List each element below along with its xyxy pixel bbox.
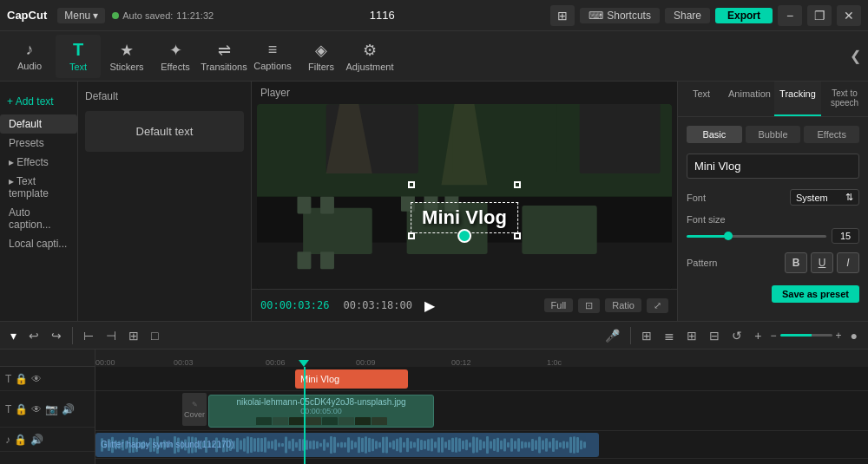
resize-handle-br[interactable] [514, 232, 521, 239]
layout-button-2[interactable]: ≣ [661, 327, 678, 344]
text-tab-bubble[interactable]: Bubble [746, 126, 801, 143]
underline-button[interactable]: U [811, 252, 833, 273]
link-button[interactable]: ⊞ [683, 327, 700, 344]
current-timecode: 00:00:03:26 [260, 299, 329, 311]
slider-thumb[interactable] [724, 232, 733, 240]
playhead[interactable] [304, 367, 306, 464]
audio-lock-icon[interactable]: 🔒 [14, 434, 27, 446]
play-button[interactable]: ▶ [419, 295, 440, 316]
tab-tts[interactable]: Text to speech [821, 82, 868, 116]
svg-rect-123 [451, 438, 454, 452]
settings-button[interactable]: ● [847, 327, 861, 344]
ratio-button[interactable]: Ratio [605, 298, 641, 312]
tool-bar: ♪ Audio T Text ★ Stickers ✦ Effects ⇌ Tr… [0, 31, 868, 82]
freeze-button[interactable]: ⊞ [125, 327, 142, 344]
trim-button[interactable]: ⊣ [102, 327, 120, 344]
tab-animation[interactable]: Animation [725, 82, 774, 116]
select-tool-button[interactable]: ▾ [7, 327, 20, 344]
tool-transitions[interactable]: ⇌ Transitions [201, 35, 247, 78]
redo-button[interactable]: ↪ [48, 327, 65, 344]
grid-icon-button[interactable]: ⊞ [550, 5, 575, 26]
italic-button[interactable]: I [837, 252, 859, 273]
delete-button[interactable]: □ [148, 327, 161, 344]
tool-captions[interactable]: ≡ Captions [250, 35, 295, 78]
tool-filters[interactable]: ◈ Filters [299, 35, 344, 78]
svg-rect-152 [552, 438, 555, 452]
text-clip-mini-vlog[interactable]: Mini Vlog [295, 369, 408, 389]
font-selector[interactable]: System ⇅ [790, 189, 859, 206]
thumb-3 [289, 417, 305, 425]
svg-rect-131 [479, 440, 482, 450]
svg-rect-153 [556, 441, 558, 450]
menu-button[interactable]: Menu ▾ [57, 8, 105, 23]
tool-text[interactable]: T Text [56, 35, 101, 78]
ruler-mark-0: 00:00 [95, 358, 115, 367]
restore-button[interactable]: ❐ [807, 5, 832, 26]
category-effects[interactable]: ▸ Effects [0, 153, 77, 172]
add-marker-button[interactable]: + [751, 327, 765, 344]
undo-button[interactable]: ↩ [25, 327, 43, 344]
svg-rect-146 [531, 439, 534, 451]
svg-rect-154 [559, 442, 562, 448]
export-button[interactable]: Export [715, 8, 773, 23]
default-text-card[interactable]: Default text [85, 111, 244, 152]
fullscreen-button[interactable]: Full [544, 298, 574, 312]
tool-adjustment[interactable]: ⚙ Adjustment [347, 35, 392, 78]
tab-text[interactable]: Text [678, 82, 725, 116]
zoom-slider[interactable] [780, 334, 832, 337]
svg-rect-157 [569, 437, 572, 454]
video-clip[interactable]: nikolai-lehmann-05cDK4y2oJ8-unsplash.jpg… [208, 395, 434, 428]
text-content-input[interactable] [687, 154, 859, 179]
minimize-button[interactable]: − [778, 5, 802, 26]
collapse-panel-button[interactable]: ❮ [850, 48, 861, 64]
close-button[interactable]: ✕ [837, 5, 861, 26]
audio-clip[interactable]: // Generate waveform bars Glitter happy … [95, 433, 599, 457]
shortcuts-button[interactable]: ⌨ Shortcuts [580, 8, 660, 23]
svg-rect-137 [500, 441, 503, 450]
video-visibility-icon[interactable]: 👁 [31, 403, 42, 415]
text-tab-effects[interactable]: Effects [804, 126, 859, 143]
video-camera-icon[interactable]: 📷 [45, 403, 58, 415]
video-lock-icon[interactable]: 🔒 [15, 403, 28, 415]
category-local-caption[interactable]: Local capti... [0, 234, 77, 253]
timeline-area: ▾ ↩ ↪ ⊢ ⊣ ⊞ □ 🎤 ⊞ ≣ ⊞ ⊟ ↺ + − + ● [0, 321, 868, 464]
split-button[interactable]: ⊢ [80, 327, 97, 344]
share-button[interactable]: Share [665, 8, 710, 23]
resize-handle-tr[interactable] [514, 181, 521, 188]
bold-button[interactable]: B [785, 252, 807, 273]
text-lock-icon[interactable]: 🔒 [15, 373, 28, 385]
resize-handle-bl[interactable] [408, 232, 415, 239]
save-preset-button[interactable]: Save as preset [772, 285, 859, 303]
timeline-right-tools: 🎤 ⊞ ≣ ⊞ ⊟ ↺ + − + ● [602, 327, 861, 344]
mic-button[interactable]: 🎤 [602, 327, 623, 344]
right-panel-content: Basic Bubble Effects Font System ⇅ Font … [678, 117, 868, 321]
font-size-slider[interactable] [687, 235, 826, 238]
tool-stickers[interactable]: ★ Stickers [104, 35, 149, 78]
tool-effects[interactable]: ✦ Effects [153, 35, 198, 78]
loop-button[interactable]: ↺ [728, 327, 746, 344]
zoom-out-icon[interactable]: − [771, 330, 777, 342]
category-presets[interactable]: Presets [0, 134, 77, 153]
category-default[interactable]: Default [0, 114, 77, 134]
expand-button[interactable]: ⤢ [647, 298, 668, 313]
svg-rect-64 [247, 436, 249, 454]
video-audio-icon[interactable]: 🔊 [62, 403, 75, 415]
audio-volume-icon[interactable]: 🔊 [30, 434, 43, 446]
cover-badge[interactable]: ✎ Cover [182, 393, 207, 426]
fit-frame-button[interactable]: ⊡ [578, 298, 600, 313]
text-track: Mini Vlog [95, 367, 868, 391]
font-size-value[interactable]: 15 [832, 228, 859, 244]
resize-handle-tl[interactable] [408, 181, 415, 188]
unlink-button[interactable]: ⊟ [706, 327, 723, 344]
transform-handle[interactable] [457, 229, 471, 243]
tab-tracking[interactable]: Tracking [774, 82, 821, 116]
tool-audio[interactable]: ♪ Audio [7, 35, 52, 78]
category-text-template[interactable]: ▸ Text template [0, 172, 77, 203]
video-overlay-text[interactable]: Mini Vlog [411, 202, 518, 233]
add-text-button[interactable]: + Add text [0, 92, 77, 111]
text-tab-basic[interactable]: Basic [687, 126, 742, 143]
category-auto-caption[interactable]: Auto caption... [0, 203, 77, 234]
zoom-in-icon[interactable]: + [836, 330, 842, 342]
layout-button-1[interactable]: ⊞ [638, 327, 655, 344]
text-visibility-icon[interactable]: 👁 [31, 373, 42, 385]
